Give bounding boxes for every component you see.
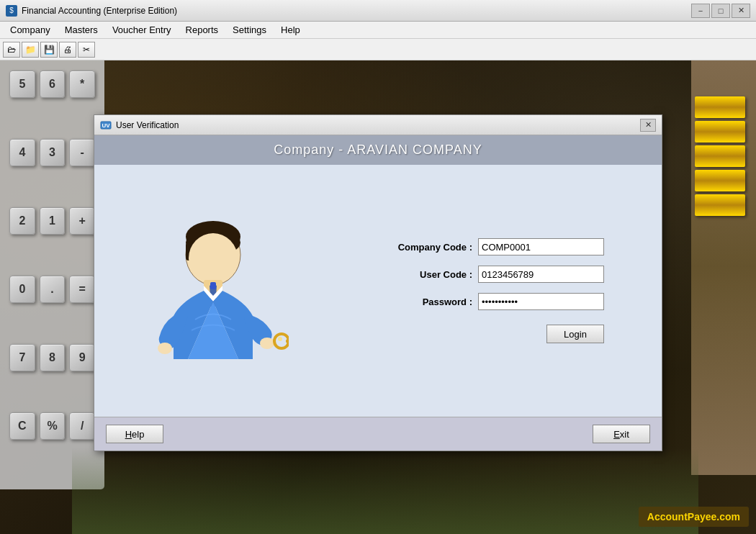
dialog-overlay: UV User Verification ✕ Company - ARAVIAN… (0, 60, 756, 534)
toolbar-open-button[interactable]: 📁 (22, 42, 39, 58)
svg-text:UV: UV (102, 122, 110, 129)
dialog-header: Company - ARAVIAN COMPANY (94, 135, 662, 165)
svg-rect-13 (286, 339, 289, 343)
password-row: Password : (379, 293, 604, 310)
password-input[interactable] (478, 293, 604, 310)
title-bar: $ Financial Accounting (Enterprise Editi… (0, 0, 756, 22)
dialog-body: Company Code : User Code : Password : (94, 165, 662, 417)
app-title: Financial Accounting (Enterprise Edition… (22, 6, 177, 16)
dialog-title-left: UV User Verification (100, 119, 179, 131)
dialog-footer: Help Exit (94, 417, 662, 451)
toolbar-save-button[interactable]: 💾 (40, 42, 58, 58)
user-code-label: User Code : (379, 269, 472, 280)
toolbar-new-button[interactable]: 🗁 (3, 42, 20, 58)
toolbar-cut-button[interactable]: ✂ (78, 42, 95, 58)
login-button-row: Login (377, 325, 604, 343)
svg-point-11 (260, 338, 274, 349)
company-title: Company - ARAVIAN COMPANY (109, 142, 647, 158)
title-bar-left: $ Financial Accounting (Enterprise Editi… (6, 5, 177, 17)
login-button[interactable]: Login (546, 325, 604, 343)
svg-point-6 (189, 233, 238, 284)
menu-item-voucher-entry[interactable]: Voucher Entry (105, 23, 179, 37)
exit-button[interactable]: Exit (593, 425, 650, 443)
company-code-label: Company Code : (379, 242, 472, 253)
app-icon: $ (6, 5, 17, 17)
toolbar-print-button[interactable]: 🖨 (59, 42, 76, 58)
company-code-input[interactable] (478, 238, 604, 255)
menu-bar: Company Masters Voucher Entry Reports Se… (0, 22, 756, 39)
window-controls: − □ ✕ (691, 4, 750, 18)
user-code-input[interactable] (478, 266, 604, 283)
content-area: UV User Verification ✕ Company - ARAVIAN… (0, 60, 756, 534)
toolbar: 🗁 📁 💾 🖨 ✂ (0, 39, 756, 60)
dialog-close-button[interactable]: ✕ (640, 119, 656, 132)
maximize-button[interactable]: □ (711, 4, 730, 18)
main-window: $ Financial Accounting (Enterprise Editi… (0, 0, 756, 534)
menu-item-reports[interactable]: Reports (179, 23, 226, 37)
svg-rect-9 (210, 282, 216, 289)
menu-item-masters[interactable]: Masters (58, 23, 105, 37)
minimize-button[interactable]: − (691, 4, 710, 18)
user-code-row: User Code : (379, 266, 604, 283)
menu-item-company[interactable]: Company (3, 23, 58, 37)
password-label: Password : (379, 297, 472, 307)
user-avatar (145, 215, 289, 366)
menu-item-help[interactable]: Help (274, 23, 307, 37)
avatar-area (123, 215, 310, 366)
login-form: Company Code : User Code : Password : (310, 238, 633, 343)
app-icon-text: $ (9, 6, 14, 14)
menu-item-settings[interactable]: Settings (225, 23, 274, 37)
company-code-row: Company Code : (379, 238, 604, 255)
dialog-title-text: User Verification (116, 120, 179, 130)
help-button[interactable]: Help (106, 425, 163, 443)
user-verification-dialog: UV User Verification ✕ Company - ARAVIAN… (94, 114, 662, 451)
svg-point-17 (158, 343, 172, 354)
close-button[interactable]: ✕ (732, 4, 750, 18)
dialog-icon: UV (100, 119, 112, 131)
dialog-title-bar: UV User Verification ✕ (94, 115, 662, 135)
svg-point-16 (278, 337, 282, 341)
